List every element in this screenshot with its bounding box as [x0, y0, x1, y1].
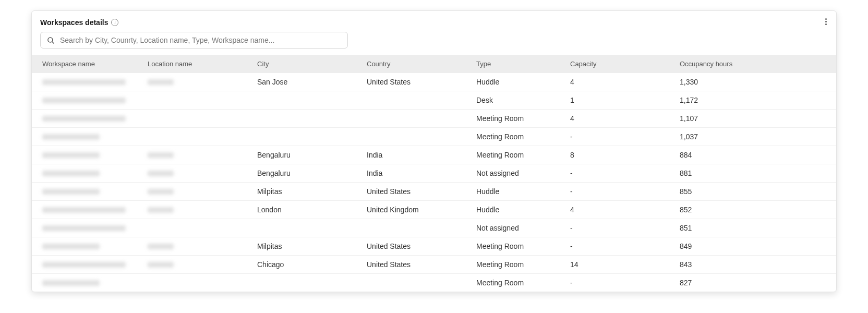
cell-city — [251, 91, 360, 110]
cell-capacity: - — [564, 219, 673, 237]
cell-workspace-name — [32, 274, 141, 292]
col-country[interactable]: Country — [360, 55, 470, 73]
table-row[interactable]: BengaluruIndiaNot assigned-881 — [32, 164, 836, 183]
cell-location-name — [141, 91, 251, 110]
col-location-name[interactable]: Location name — [141, 55, 251, 73]
table-row[interactable]: MilpitasUnited StatesHuddle-855 — [32, 183, 836, 201]
cell-location-name — [141, 164, 251, 183]
workspaces-details-card: Workspaces details i Workspace name Loca… — [31, 10, 837, 292]
table-row[interactable]: ChicagoUnited StatesMeeting Room14843 — [32, 256, 836, 274]
cell-capacity: 4 — [564, 201, 673, 219]
cell-workspace-name — [32, 146, 141, 164]
table-row[interactable]: Meeting Room41,107 — [32, 110, 836, 128]
table-row[interactable]: BengaluruIndiaMeeting Room8884 — [32, 146, 836, 164]
table-row[interactable]: Desk11,172 — [32, 91, 836, 110]
search-icon — [47, 37, 55, 44]
cell-city: Bengaluru — [251, 146, 360, 164]
cell-type: Meeting Room — [470, 146, 564, 164]
col-type[interactable]: Type — [470, 55, 564, 73]
cell-city: Chicago — [251, 256, 360, 274]
cell-type: Meeting Room — [470, 237, 564, 256]
cell-country: India — [360, 164, 470, 183]
cell-city: Bengaluru — [251, 164, 360, 183]
cell-workspace-name — [32, 256, 141, 274]
table-row[interactable]: MilpitasUnited StatesMeeting Room-849 — [32, 237, 836, 256]
table-row[interactable]: Meeting Room-1,037 — [32, 128, 836, 146]
cell-workspace-name — [32, 128, 141, 146]
svg-line-1 — [52, 41, 54, 43]
table-row[interactable]: LondonUnited KingdomHuddle4852 — [32, 201, 836, 219]
col-city[interactable]: City — [251, 55, 360, 73]
cell-location-name — [141, 219, 251, 237]
cell-location-name — [141, 110, 251, 128]
cell-workspace-name — [32, 91, 141, 110]
table-row[interactable]: Not assigned-851 — [32, 219, 836, 237]
table-row[interactable]: San JoseUnited StatesHuddle41,330 — [32, 73, 836, 91]
cell-country — [360, 274, 470, 292]
cell-location-name — [141, 183, 251, 201]
cell-country — [360, 91, 470, 110]
cell-country — [360, 128, 470, 146]
cell-location-name — [141, 128, 251, 146]
cell-capacity: 4 — [564, 73, 673, 91]
cell-capacity: 14 — [564, 256, 673, 274]
cell-city: Milpitas — [251, 183, 360, 201]
card-title: Workspaces details — [40, 18, 108, 27]
cell-type: Huddle — [470, 73, 564, 91]
cell-city: London — [251, 201, 360, 219]
col-capacity[interactable]: Capacity — [564, 55, 673, 73]
more-options-button[interactable] — [821, 16, 831, 27]
cell-city — [251, 110, 360, 128]
cell-capacity: - — [564, 183, 673, 201]
cell-type: Meeting Room — [470, 274, 564, 292]
cell-occupancy-hours: 827 — [673, 274, 836, 292]
cell-capacity: 1 — [564, 91, 673, 110]
cell-country: United States — [360, 73, 470, 91]
cell-type: Meeting Room — [470, 256, 564, 274]
cell-workspace-name — [32, 201, 141, 219]
cell-capacity: 4 — [564, 110, 673, 128]
table-row[interactable]: Meeting Room-827 — [32, 274, 836, 292]
cell-location-name — [141, 274, 251, 292]
cell-workspace-name — [32, 110, 141, 128]
cell-city — [251, 128, 360, 146]
col-occupancy-hours[interactable]: Occupancy hours — [673, 55, 836, 73]
cell-type: Not assigned — [470, 219, 564, 237]
cell-occupancy-hours: 843 — [673, 256, 836, 274]
search-input[interactable] — [60, 36, 341, 44]
cell-workspace-name — [32, 219, 141, 237]
cell-type: Huddle — [470, 183, 564, 201]
search-box[interactable] — [40, 32, 348, 49]
info-icon[interactable]: i — [111, 19, 118, 26]
cell-capacity: - — [564, 274, 673, 292]
cell-type: Meeting Room — [470, 110, 564, 128]
cell-workspace-name — [32, 237, 141, 256]
cell-type: Desk — [470, 91, 564, 110]
cell-country: India — [360, 146, 470, 164]
cell-country: United States — [360, 183, 470, 201]
cell-city — [251, 219, 360, 237]
col-workspace-name[interactable]: Workspace name — [32, 55, 141, 73]
cell-city: San Jose — [251, 73, 360, 91]
cell-location-name — [141, 146, 251, 164]
cell-location-name — [141, 201, 251, 219]
cell-occupancy-hours: 1,107 — [673, 110, 836, 128]
cell-country — [360, 110, 470, 128]
cell-occupancy-hours: 855 — [673, 183, 836, 201]
cell-type: Not assigned — [470, 164, 564, 183]
cell-city: Milpitas — [251, 237, 360, 256]
cell-type: Meeting Room — [470, 128, 564, 146]
cell-occupancy-hours: 849 — [673, 237, 836, 256]
cell-country: United Kingdom — [360, 201, 470, 219]
table-header-row: Workspace name Location name City Countr… — [32, 55, 836, 73]
cell-occupancy-hours: 881 — [673, 164, 836, 183]
cell-type: Huddle — [470, 201, 564, 219]
cell-capacity: - — [564, 237, 673, 256]
cell-country: United States — [360, 256, 470, 274]
cell-location-name — [141, 237, 251, 256]
card-header: Workspaces details i — [32, 18, 836, 32]
cell-capacity: 8 — [564, 146, 673, 164]
svg-point-0 — [48, 37, 53, 42]
cell-occupancy-hours: 1,037 — [673, 128, 836, 146]
cell-occupancy-hours: 884 — [673, 146, 836, 164]
